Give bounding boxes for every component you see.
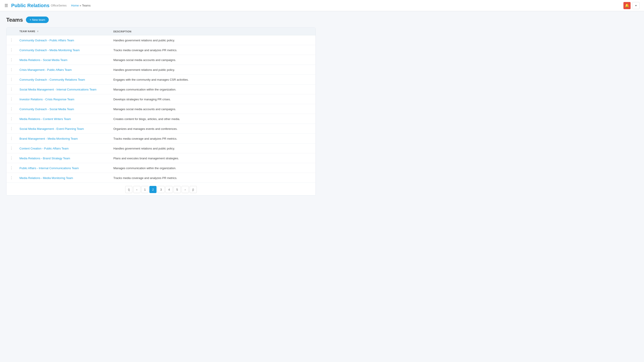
row-actions-cell: ⋮ [6,114,16,124]
team-description: Handles government relations and public … [113,39,175,42]
pagination-page-3[interactable]: 3 [158,186,164,193]
teams-table-container: TEAM NAME ▿ DESCRIPTION ⋮Community Outre… [6,27,316,196]
teams-table: TEAM NAME ▿ DESCRIPTION ⋮Community Outre… [6,28,316,183]
pagination-first-button[interactable]: ⟨| [125,186,132,193]
bell-icon: 🔔 [625,3,629,7]
team-name-cell: Community Outreach - Media Monitoring Te… [16,45,110,55]
chevron-down-icon: ▾ [635,4,636,7]
row-menu-icon[interactable]: ⋮ [10,87,13,91]
row-actions-cell: ⋮ [6,94,16,104]
team-name-cell: Community Outreach - Community Relations… [16,75,110,84]
row-menu-icon[interactable]: ⋮ [10,38,13,42]
team-description: Manages communication within the organiz… [113,166,176,170]
team-name-link[interactable]: Community Outreach - Community Relations… [20,78,85,81]
row-menu-icon[interactable]: ⋮ [10,67,13,72]
row-menu-icon[interactable]: ⋮ [10,107,13,111]
team-desc-cell: Tracks media coverage and analyzes PR me… [110,134,316,143]
team-name-link[interactable]: Social Media Management - Internal Commu… [20,88,96,91]
row-menu-icon[interactable]: ⋮ [10,166,13,170]
pagination-next-button[interactable]: › [182,186,189,193]
team-name-cell: Media Relations - Brand Strategy Team [16,153,110,163]
team-description: Tracks media coverage and analyzes PR me… [113,176,177,180]
row-actions-cell: ⋮ [6,104,16,114]
team-name-cell: Media Relations - Content Writers Team [16,114,110,124]
filter-icon[interactable]: ▿ [37,30,39,33]
team-desc-cell: Handles government relations and public … [110,65,316,75]
team-name-link[interactable]: Social Media Management - Event Planning… [20,127,84,130]
row-menu-icon[interactable]: ⋮ [10,117,13,121]
row-menu-icon[interactable]: ⋮ [10,48,13,52]
team-description: Engages with the community and manages C… [113,78,189,81]
breadcrumb-current: Teams [82,4,90,7]
team-name-cell: Content Creation - Public Affairs Team [16,143,110,153]
page-title: Teams [6,17,23,23]
team-name-link[interactable]: Content Creation - Public Affairs Team [20,147,69,150]
team-description: Manages social media accounts and campai… [113,107,176,111]
team-name-cell: Brand Management - Media Monitoring Team [16,134,110,143]
pagination-page-4[interactable]: 4 [166,186,173,193]
row-actions-cell: ⋮ [6,35,16,45]
team-name-link[interactable]: Community Outreach - Public Affairs Team [20,39,74,42]
team-description: Handles government relations and public … [113,68,175,71]
team-description: Develops strategies for managing PR cris… [113,98,171,101]
team-description: Tracks media coverage and analyzes PR me… [113,137,177,140]
actions-col-header [6,28,16,35]
notifications-button[interactable]: 🔔 [624,2,630,9]
header-actions: 🔔 ▾ [624,2,640,9]
row-menu-icon[interactable]: ⋮ [10,146,13,150]
table-row: ⋮Media Relations - Media Monitoring Team… [6,173,316,183]
pagination-prev-button[interactable]: ‹ [133,186,140,193]
pagination-page-5[interactable]: 5 [174,186,181,193]
team-name-link[interactable]: Media Relations - Media Monitoring Team [20,176,73,180]
team-name-link[interactable]: Brand Management - Media Monitoring Team [20,137,78,140]
hamburger-menu-icon[interactable]: ☰ [4,3,8,8]
team-name-cell: Crisis Management - Public Affairs Team [16,65,110,75]
table-row: ⋮Public Affairs - Internal Communication… [6,163,316,173]
row-menu-icon[interactable]: ⋮ [10,126,13,131]
pagination-page-2[interactable]: 2 [149,186,156,193]
team-desc-cell: Creates content for blogs, articles, and… [110,114,316,124]
team-name-col-header: TEAM NAME ▿ [16,28,110,35]
table-row: ⋮Community Outreach - Social Media TeamM… [6,104,316,114]
pagination-last-button[interactable]: |⟩ [190,186,197,193]
row-actions-cell: ⋮ [6,124,16,134]
row-menu-icon[interactable]: ⋮ [10,156,13,160]
row-menu-icon[interactable]: ⋮ [10,97,13,101]
team-desc-cell: Tracks media coverage and analyzes PR me… [110,173,316,183]
breadcrumb: Home » Teams [71,4,624,7]
team-description: Plans and executes brand management stra… [113,157,179,160]
team-name-link[interactable]: Public Affairs - Internal Communications… [20,166,79,170]
user-dropdown-button[interactable]: ▾ [632,2,640,9]
row-menu-icon[interactable]: ⋮ [10,136,13,141]
team-name-link[interactable]: Media Relations - Social Media Team [20,58,67,62]
suite-name: OfficeSeries [51,4,67,7]
team-name-cell: Media Relations - Media Monitoring Team [16,173,110,183]
row-menu-icon[interactable]: ⋮ [10,77,13,81]
team-name-link[interactable]: Community Outreach - Social Media Team [20,107,74,111]
team-description: Creates content for blogs, articles, and… [113,117,180,121]
table-row: ⋮Social Media Management - Internal Comm… [6,84,316,94]
team-description: Handles government relations and public … [113,147,175,150]
desc-col-header: DESCRIPTION [110,28,316,35]
app-name: Public Relations [11,3,50,8]
team-desc-cell: Develops strategies for managing PR cris… [110,94,316,104]
team-description: Tracks media coverage and analyzes PR me… [113,48,177,52]
team-name-cell: Community Outreach - Public Affairs Team [16,35,110,45]
row-menu-icon[interactable]: ⋮ [10,176,13,180]
table-row: ⋮Media Relations - Brand Strategy TeamPl… [6,153,316,163]
team-name-link[interactable]: Media Relations - Brand Strategy Team [20,157,70,160]
team-name-link[interactable]: Media Relations - Content Writers Team [20,117,71,121]
team-name-link[interactable]: Community Outreach - Media Monitoring Te… [20,48,80,52]
new-team-button[interactable]: + New team [26,16,49,23]
teams-tbody: ⋮Community Outreach - Public Affairs Tea… [6,35,316,183]
team-description: Manages communication within the organiz… [113,88,176,91]
team-name-cell: Investor Relations - Crisis Response Tea… [16,94,110,104]
team-desc-cell: Manages communication within the organiz… [110,163,316,173]
team-name-link[interactable]: Investor Relations - Crisis Response Tea… [20,98,74,101]
team-name-link[interactable]: Crisis Management - Public Affairs Team [20,68,72,71]
pagination-page-1[interactable]: 1 [141,186,148,193]
team-description: Manages social media accounts and campai… [113,58,176,62]
page-title-row: Teams + New team [6,16,316,23]
breadcrumb-home[interactable]: Home [71,4,79,7]
row-menu-icon[interactable]: ⋮ [10,58,13,62]
